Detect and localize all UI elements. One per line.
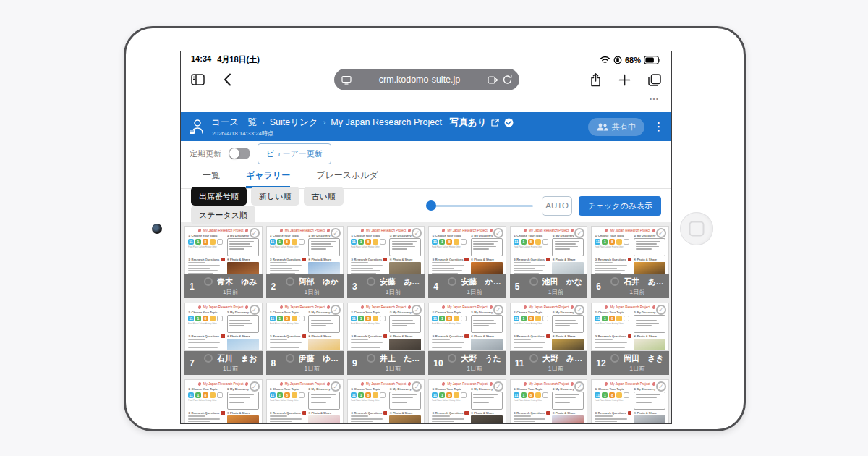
topic-tiles: 1118 [351,239,387,245]
sidebar-toggle-icon[interactable] [191,74,205,85]
address-bar[interactable]: crm.kodomo-suite.jp [334,69,519,90]
page-overflow-dots[interactable]: … [181,93,671,104]
worksheet-preview[interactable]: ✓ My Japan Research Project ① Choose You… [184,379,263,424]
student-card[interactable]: ✓ My Japan Research Project ① Choose You… [184,303,263,375]
card-footer[interactable]: 7 石川 まお 1日前 [184,351,263,375]
student-card[interactable]: ✓ My Japan Research Project ① Choose You… [347,303,425,375]
sort-chip[interactable]: 古い順 [304,187,344,206]
worksheet-preview[interactable]: ✓ My Japan Research Project ① Choose You… [591,226,669,274]
card-check-icon[interactable]: ✓ [656,381,666,392]
periodic-update-toggle[interactable] [229,148,250,159]
worksheet-preview[interactable]: ✓ My Japan Research Project ① Choose You… [184,303,263,351]
worksheet-preview[interactable]: ✓ My Japan Research Project ① Choose You… [347,226,425,274]
card-footer[interactable]: 4 安藤 か… 1日前 [428,274,506,298]
breadcrumb-item[interactable]: コース一覧 [211,117,257,129]
card-check-icon[interactable]: ✓ [331,305,341,315]
worksheet-preview[interactable]: ✓ My Japan Research Project ① Choose You… [510,303,588,351]
student-card[interactable]: ✓ My Japan Research Project ① Choose You… [266,226,344,298]
show-checked-only-button[interactable]: チェックのみ表示 [579,196,661,216]
card-footer[interactable]: 3 安藤 あ… 1日前 [347,274,425,298]
kebab-menu-icon[interactable]: ⋮ [653,120,664,133]
worksheet-preview[interactable]: ✓ My Japan Research Project ① Choose You… [428,379,506,424]
slider-track[interactable] [426,205,533,207]
worksheet-preview[interactable]: ✓ My Japan Research Project ① Choose You… [347,303,425,351]
site-view-icon[interactable] [341,75,352,85]
share-icon[interactable] [590,73,601,87]
reload-icon[interactable] [503,75,512,85]
card-footer[interactable]: 8 伊藤 ゆ… 1日前 [266,351,344,375]
worksheet-preview[interactable]: ✓ My Japan Research Project ① Choose You… [428,226,506,274]
student-card[interactable]: ✓ My Japan Research Project ① Choose You… [591,226,669,298]
card-check-icon[interactable]: ✓ [331,228,341,238]
worksheet-preview[interactable]: ✓ My Japan Research Project ① Choose You… [347,379,425,424]
card-check-icon[interactable]: ✓ [656,305,666,315]
verified-check-icon [504,118,514,127]
worksheet-preview[interactable]: ✓ My Japan Research Project ① Choose You… [266,226,344,274]
slider-knob[interactable] [426,200,436,211]
sort-chip[interactable]: 出席番号順 [191,187,247,206]
auto-button[interactable]: AUTO [542,196,573,216]
student-card[interactable]: ✓ My Japan Research Project ① Choose You… [591,303,669,375]
student-card[interactable]: ✓ My Japan Research Project ① Choose You… [428,379,506,424]
student-card[interactable]: ✓ My Japan Research Project ① Choose You… [347,226,425,298]
student-card[interactable]: ✓ My Japan Research Project ① Choose You… [266,303,344,375]
card-footer[interactable]: 2 阿部 ゆか 1日前 [266,274,344,298]
worksheet-preview[interactable]: ✓ My Japan Research Project ① Choose You… [428,303,506,351]
student-card[interactable]: ✓ My Japan Research Project ① Choose You… [428,303,506,375]
card-check-icon[interactable]: ✓ [493,228,503,238]
card-check-icon[interactable]: ✓ [493,305,503,315]
worksheet-preview[interactable]: ✓ My Japan Research Project ① Choose You… [266,379,344,424]
student-card[interactable]: ✓ My Japan Research Project ① Choose You… [184,379,263,424]
student-card[interactable]: ✓ My Japan Research Project ① Choose You… [347,379,425,424]
student-card[interactable]: ✓ My Japan Research Project ① Choose You… [591,379,669,424]
card-footer[interactable]: 5 池田 かな 1日前 [510,274,588,298]
card-check-icon[interactable]: ✓ [331,381,341,392]
tab-active[interactable]: ギャラリー [246,169,290,188]
worksheet-preview[interactable]: ✓ My Japan Research Project ① Choose You… [591,303,669,351]
card-check-icon[interactable]: ✓ [250,305,260,315]
card-footer[interactable]: 1 青木 ゆみ 1日前 [184,274,263,298]
card-check-icon[interactable]: ✓ [656,228,666,238]
url-text[interactable]: crm.kodomo-suite.jp [356,75,483,85]
breadcrumb-item[interactable]: Suiteリンク [270,117,318,129]
card-footer[interactable]: 12 岡田 さき 1日前 [591,351,669,375]
extensions-icon[interactable] [488,75,498,85]
topic-tile-labels: Food Place Culture History Other [432,245,465,248]
section-photo-label: ④ Photo & Share [634,411,665,415]
topic-tile-labels: Food Place Culture History Other [351,245,383,248]
student-card[interactable]: ✓ My Japan Research Project ① Choose You… [428,226,506,298]
viewer-update-button[interactable]: ビューアー更新 [258,143,331,164]
stamp-icon [464,334,468,338]
tab-overview-icon[interactable] [648,74,661,86]
worksheet-preview[interactable]: ✓ My Japan Research Project ① Choose You… [510,379,588,424]
card-footer[interactable]: 9 井上 た… 1日前 [347,351,425,375]
student-card[interactable]: ✓ My Japan Research Project ① Choose You… [510,303,588,375]
breadcrumb-item[interactable]: My Japan Research Project [331,117,442,127]
sharing-status-button[interactable]: 共有中 [588,118,644,136]
back-icon[interactable] [224,73,231,86]
student-card[interactable]: ✓ My Japan Research Project ① Choose You… [510,226,588,298]
size-slider[interactable] [426,200,533,211]
worksheet-preview[interactable]: ✓ My Japan Research Project ① Choose You… [591,379,669,424]
student-card[interactable]: ✓ My Japan Research Project ① Choose You… [266,379,344,424]
worksheet-preview[interactable]: ✓ My Japan Research Project ① Choose You… [266,303,344,351]
tab-item[interactable]: プレースホルダ [316,169,378,188]
card-check-icon[interactable]: ✓ [250,228,260,238]
sort-chip[interactable]: ステータス順 [191,206,255,224]
student-card[interactable]: ✓ My Japan Research Project ① Choose You… [184,226,263,298]
card-footer[interactable]: 11 大野 み… 1日前 [510,351,588,375]
sort-chip[interactable]: 新しい順 [251,187,299,206]
card-check-icon[interactable]: ✓ [250,381,260,392]
home-button[interactable] [680,212,713,245]
new-tab-icon[interactable] [618,74,631,86]
card-footer[interactable]: 6 石井 あ… 1日前 [591,274,669,298]
card-footer[interactable]: 10 大野 うた 1日前 [428,351,506,375]
topic-tile: 1 [602,316,608,321]
section-photo-label: ④ Photo & Share [471,334,503,338]
card-check-icon[interactable]: ✓ [493,381,503,392]
external-link-icon[interactable] [491,119,499,127]
student-card[interactable]: ✓ My Japan Research Project ① Choose You… [510,379,588,424]
worksheet-preview[interactable]: ✓ My Japan Research Project ① Choose You… [510,226,588,274]
tab-item[interactable]: 一覧 [203,169,220,188]
worksheet-preview[interactable]: ✓ My Japan Research Project ① Choose You… [184,226,263,274]
